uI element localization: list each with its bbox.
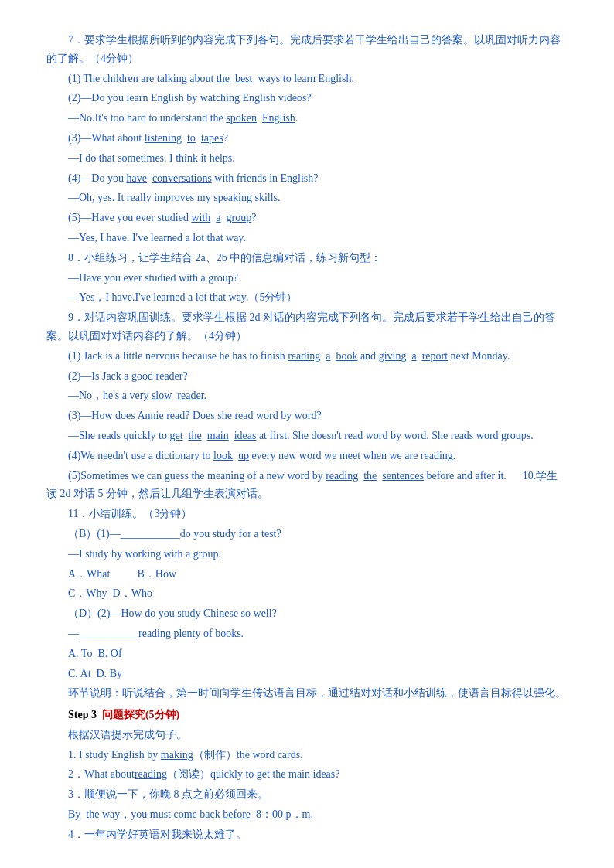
item-11-d2: （D）(2)—How do you study Chinese so well? bbox=[46, 604, 568, 623]
item-11-b1-ans: —I study by working with a group. bbox=[46, 545, 568, 563]
item-11-b1-options2: C．Why D．Who bbox=[46, 584, 568, 603]
step3-3-eng: By the way，you must come back before 8：0… bbox=[46, 805, 568, 824]
step3-title: Step 3 问题探究(5分钟) bbox=[46, 706, 568, 724]
item-9-2b: —No，he's a very slow reader. bbox=[46, 386, 568, 405]
item-9-1: (1) Jack is a little nervous because he … bbox=[46, 347, 568, 366]
item-9-3b: —She reads quickly to get the main ideas… bbox=[46, 427, 568, 445]
item-9-3a: (3)—How does Annie read? Does she read w… bbox=[46, 407, 568, 425]
item-11-b1: （B）(1)—___________do you study for a tes… bbox=[46, 525, 568, 543]
item-7-2a: (2)—Do you learn English by watching Eng… bbox=[46, 89, 568, 107]
item-7-1: (1) The children are talking about the b… bbox=[46, 70, 568, 88]
item-7-3b: —I do that sometimes. I think it helps. bbox=[46, 149, 568, 168]
item-9-4: (4)We needn't use a dictionary to look u… bbox=[46, 447, 568, 465]
item-7-4a: (4)—Do you have conversations with frien… bbox=[46, 169, 568, 188]
item-7-4b: —Oh, yes. It really improves my speaking… bbox=[46, 189, 568, 207]
item-7-3a: (3)—What about listening to tapes? bbox=[46, 129, 568, 148]
item-7-5b: —Yes, I have. I've learned a lot that wa… bbox=[46, 229, 568, 247]
item-11-b1-options1: A．What B．How bbox=[46, 565, 568, 584]
item-8-dialog2: —Yes，I have.I've learned a lot that way.… bbox=[46, 288, 568, 307]
item-11-d2-ans: —___________reading plenty of books. bbox=[46, 625, 568, 643]
item-9-2a: (2)—Is Jack a good reader? bbox=[46, 367, 568, 386]
step3-3: 3．顺便说一下，你晚 8 点之前必须回来。 bbox=[46, 785, 568, 804]
item-8-title: 8．小组练习，让学生结合 2a、2b 中的信息编对话，练习新句型： bbox=[46, 249, 568, 267]
step3-subtitle: 根据汉语提示完成句子。 bbox=[46, 726, 568, 744]
main-content: 7．要求学生根据所听到的内容完成下列各句。完成后要求若干学生给出自己的答案。以巩… bbox=[46, 31, 568, 844]
item-9-5: (5)Sometimes we can guess the meaning of… bbox=[46, 467, 568, 504]
step3-4: 4．一年内学好英语对我来说太难了。 bbox=[46, 825, 568, 844]
step3-2: 2．What aboutreading（阅读）quickly to get th… bbox=[46, 765, 568, 784]
step3-1: 1. I study English by making（制作）the word… bbox=[46, 746, 568, 764]
item-11-title: 11．小结训练。（3分钟） bbox=[46, 505, 568, 523]
item-7-5a: (5)—Have you ever studied with a group? bbox=[46, 209, 568, 227]
item-11-d2-options1: A. To B. Of bbox=[46, 645, 568, 663]
item-8-dialog1: —Have you ever studied with a group? bbox=[46, 269, 568, 288]
item-7-title: 7．要求学生根据所听到的内容完成下列各句。完成后要求若干学生给出自己的答案。以巩… bbox=[46, 31, 568, 68]
item-11-comment: 环节说明：听说结合，第一时间向学生传达语言目标，通过结对对话和小结训练，使语言目… bbox=[46, 684, 568, 703]
item-7-2b: —No.It's too hard to understand the spok… bbox=[46, 109, 568, 128]
item-11-d2-options2: C. At D. By bbox=[46, 665, 568, 683]
item-9-title: 9．对话内容巩固训练。要求学生根据 2d 对话的内容完成下列各句。完成后要求若干… bbox=[46, 308, 568, 345]
